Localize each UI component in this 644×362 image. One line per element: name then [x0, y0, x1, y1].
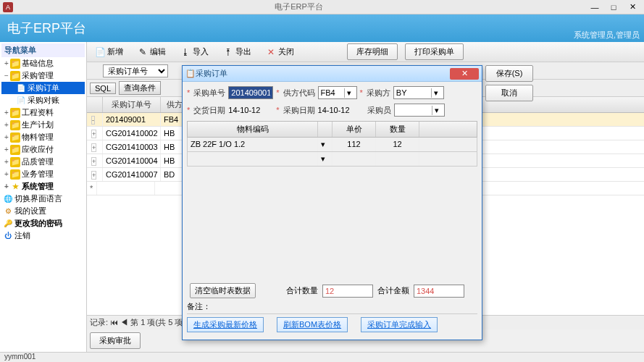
new-button[interactable]: 📄新增 — [90, 44, 128, 59]
stock-detail-button[interactable]: 库存明细 — [347, 43, 398, 60]
gen-price-button[interactable]: 生成采购最新价格 — [187, 317, 264, 332]
row-expand-icon[interactable]: + — [91, 143, 96, 152]
save-button[interactable]: 保存(S) — [485, 65, 533, 82]
note-label: 备注： — [187, 301, 211, 312]
query-cond-button[interactable]: 查询条件 — [119, 81, 161, 95]
sum-amt-input[interactable] — [414, 285, 464, 298]
sql-button[interactable]: SQL — [90, 83, 116, 94]
deliv-date-value: 14-10-12 — [228, 106, 273, 114]
buyer-side-label: 采购方 — [367, 88, 390, 98]
order-no-label: 采购单号 — [193, 88, 225, 98]
item-row[interactable]: ZB 22F 1/O 1.2 ▾ 112 12 — [187, 138, 477, 152]
sidebar: 导航菜单 +📁基础信息 −📁采购管理 📄采购订单 📄采购对账 +📁工程资料 +📁… — [0, 42, 87, 352]
row-expand-icon[interactable]: + — [91, 130, 96, 138]
sidebar-item-purchase-mgmt[interactable]: −📁采购管理 — [1, 70, 85, 82]
sidebar-header: 导航菜单 — [1, 43, 85, 57]
chevron-down-icon[interactable]: ▾ — [432, 106, 442, 115]
sup-code-select[interactable]: FB4▾ — [318, 86, 357, 99]
sidebar-item-business[interactable]: +📁业务管理 — [1, 168, 85, 180]
import-icon: ⭳ — [180, 47, 191, 57]
sidebar-item-language[interactable]: 🌐切换界面语言 — [1, 193, 85, 205]
header-user-info: 系统管理员,管理员 — [574, 30, 640, 41]
purchase-order-dialog: 📋 采购订单 ✕ *采购单号 *供方代码 FB4▾ *采购方 BY▾ *交货日期… — [182, 65, 482, 340]
edit-button[interactable]: ✎编辑 — [133, 44, 171, 59]
buyer-side-select[interactable]: BY▾ — [393, 86, 444, 99]
row-expand-icon[interactable]: + — [91, 171, 96, 180]
col-material-code[interactable]: 物料编码 — [188, 122, 318, 137]
window-minimize[interactable]: — — [586, 2, 603, 12]
row-expand-icon[interactable]: - — [91, 116, 95, 125]
app-icon: A — [3, 2, 13, 12]
import-button[interactable]: ⭳导入 — [175, 44, 214, 59]
sidebar-item-settings[interactable]: ⚙我的设置 — [1, 205, 85, 217]
form-icon: 📋 — [185, 69, 196, 78]
buyer-label: 采购员 — [367, 105, 391, 116]
sidebar-item-quality[interactable]: +📁品质管理 — [1, 156, 85, 168]
window-titlebar: A 电子ERP平台 — □ ✕ — [0, 0, 644, 14]
col-price[interactable]: 单价 — [333, 122, 376, 137]
order-date-value: 14-10-12 — [318, 106, 356, 114]
app-title: 电子ERP平台 — [7, 20, 86, 37]
complete-input-button[interactable]: 采购订单完成输入 — [361, 317, 438, 332]
toolbar: 📄新增 ✎编辑 ⭳导入 ⭱导出 ✕关闭 库存明细 打印采购单 — [87, 42, 644, 62]
sidebar-item-purchase-order[interactable]: 📄采购订单 — [1, 82, 85, 94]
row-expand-icon[interactable]: + — [91, 157, 96, 166]
chevron-down-icon[interactable]: ▾ — [344, 88, 354, 98]
order-date-label: 采购日期 — [283, 105, 315, 116]
new-row-icon: * — [87, 182, 97, 195]
order-no-input[interactable] — [228, 86, 273, 99]
deliv-date-label: 交货日期 — [193, 105, 225, 116]
window-title: 电子ERP平台 — [13, 1, 585, 12]
print-po-button[interactable]: 打印采购单 — [405, 43, 464, 60]
sup-code-label: 供方代码 — [283, 88, 315, 98]
sidebar-item-ar-ap[interactable]: +📁应收应付 — [1, 143, 85, 156]
status-bar: yymm001 — [0, 352, 644, 362]
sidebar-item-system-mgmt[interactable]: +★系统管理 — [1, 180, 85, 193]
sidebar-item-production-plan[interactable]: +📁生产计划 — [1, 119, 85, 131]
sidebar-item-material-mgmt[interactable]: +📁物料管理 — [1, 131, 85, 143]
refresh-bom-button[interactable]: 刷新BOM表价格 — [277, 317, 348, 332]
clear-temp-button[interactable]: 清空临时表数据 — [190, 283, 256, 298]
dialog-title: 采购订单 — [196, 68, 450, 79]
sidebar-item-basic-info[interactable]: +📁基础信息 — [1, 57, 85, 70]
dialog-close-button[interactable]: ✕ — [450, 68, 479, 80]
dialog-titlebar: 📋 采购订单 ✕ — [183, 66, 482, 82]
window-close[interactable]: ✕ — [624, 2, 641, 12]
buyer-select[interactable]: ▾ — [394, 104, 445, 117]
edit-icon: ✎ — [138, 47, 148, 57]
sidebar-item-change-password[interactable]: 🔑更改我的密码 — [1, 217, 85, 230]
sum-amt-label: 合计金额 — [377, 285, 409, 296]
close-button[interactable]: ✕关闭 — [261, 44, 299, 59]
chevron-down-icon[interactable]: ▾ — [318, 138, 333, 151]
sum-qty-label: 合计数量 — [286, 285, 318, 296]
filter-field-select[interactable]: 采购订单号 — [103, 64, 168, 77]
sidebar-item-purchase-recon[interactable]: 📄采购对账 — [1, 94, 85, 106]
sidebar-item-engineering[interactable]: +📁工程资料 — [1, 106, 85, 119]
sum-qty-input[interactable] — [322, 285, 373, 298]
new-icon: 📄 — [95, 47, 105, 57]
chevron-down-icon[interactable]: ▾ — [318, 152, 333, 166]
col-qty[interactable]: 数量 — [376, 122, 419, 137]
cancel-button[interactable]: 取消 — [485, 85, 533, 101]
dialog-side-buttons: 保存(S) 取消 — [482, 65, 536, 104]
chevron-down-icon[interactable]: ▾ — [431, 88, 441, 98]
window-maximize[interactable]: □ — [605, 2, 622, 12]
export-icon: ⭱ — [223, 47, 233, 57]
col-order-no[interactable]: 采购订单号 — [103, 97, 161, 112]
app-header: 电子ERP平台 系统管理员,管理员 — [0, 14, 644, 42]
approve-button[interactable]: 采购审批 — [90, 332, 141, 349]
item-row-blank[interactable]: ▾ — [187, 152, 477, 167]
close-icon: ✕ — [266, 47, 276, 57]
export-button[interactable]: ⭱导出 — [218, 44, 256, 59]
item-grid-header: 物料编码 单价 数量 — [187, 121, 477, 138]
sidebar-item-logout[interactable]: ⏻注销 — [1, 230, 85, 242]
